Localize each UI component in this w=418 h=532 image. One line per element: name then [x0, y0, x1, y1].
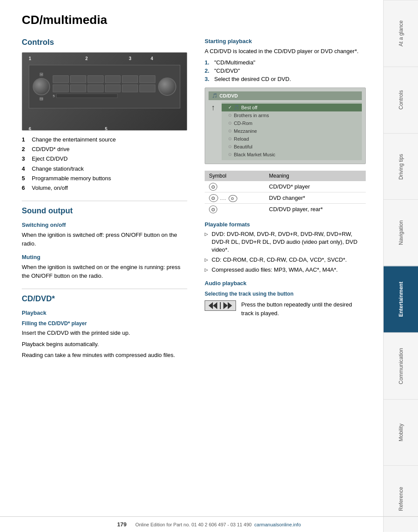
switching-subheading: Switching on/off [22, 222, 187, 228]
muting-text: When the ignition is switched on or the … [22, 263, 187, 280]
page-footer: 179 Online Edition for Part no. 01 40 2 … [0, 516, 418, 532]
menu-item-4: ⊙ Reload [222, 135, 362, 143]
right-sidebar: At a glance Controls Driving tips Naviga… [383, 0, 418, 532]
playable-formats-list: DVD: DVD-ROM, DVD-R, DVD+R, DVD-RW, DVD+… [205, 230, 366, 274]
footer-text: Online Edition for Part no. 01 40 2 606 … [135, 522, 252, 527]
control-item-2: 2 CD/DVD* drive [22, 145, 187, 153]
control-item-1: 1 Change the entertainment source [22, 136, 187, 144]
menu-item-6: ⊙ Black Market Music [222, 151, 362, 158]
sound-output-heading: Sound output [22, 206, 187, 215]
format-item-2: Compressed audio files: MP3, WMA, AAC*, … [205, 266, 366, 274]
sidebar-tab-communication[interactable]: Communication [384, 333, 418, 399]
symbol-meaning-0: CD/DVD* player [265, 181, 366, 192]
symbol-row-1: ⊙ ... ⊙ DVD changer* [205, 192, 366, 203]
controls-list: 1 Change the entertainment source 2 CD/D… [22, 136, 187, 192]
control-item-6: 6 Volume, on/off [22, 184, 187, 192]
track-button-text: Press the button repeatedly until the de… [241, 300, 366, 317]
symbol-meaning-2: CD/DVD player, rear* [265, 203, 366, 215]
audio-playback-section: Audio playback Selecting the track using… [205, 280, 366, 320]
starting-playback-intro: A CD/DVD is located in the CD/DVD player… [205, 47, 366, 56]
filling-subheading: Filling the CD/DVD* player [22, 320, 187, 327]
col-meaning: Meaning [265, 171, 366, 181]
format-item-0: DVD: DVD-ROM, DVD-R, DVD+R, DVD-RW, DVD+… [205, 230, 366, 254]
sidebar-tab-at-a-glance[interactable]: At a glance [384, 0, 418, 67]
muting-subheading: Muting [22, 254, 187, 260]
control-item-5: 5 Programmable memory buttons [22, 175, 187, 182]
audio-playback-heading: Audio playback [205, 280, 366, 286]
filling-text2: Playback begins automatically. [22, 340, 187, 349]
symbol-row-2: ⊙ CD/DVD player, rear* [205, 203, 366, 215]
sidebar-tab-controls[interactable]: Controls [384, 67, 418, 133]
playable-formats-section: Playable formats DVD: DVD-ROM, DVD-R, DV… [205, 221, 366, 274]
playable-formats-heading: Playable formats [205, 221, 366, 228]
cddvd-screen: 🎵 CD/DVD ↑ ✓ 🎵 Best off [205, 88, 366, 164]
symbol-table: Symbol Meaning ⊙ CD/DVD* player [205, 171, 366, 215]
control-item-4: 4 Change station/track [22, 165, 187, 173]
filling-text3: Reading can take a few minutes with comp… [22, 351, 187, 360]
starting-playback-heading: Starting playback [205, 38, 366, 44]
sidebar-tab-mobility[interactable]: Mobility [384, 399, 418, 466]
sidebar-tab-driving-tips[interactable]: Driving tips [384, 133, 418, 200]
controls-heading: Controls [22, 38, 187, 47]
screen-header-text: CD/DVD [219, 93, 238, 98]
track-button-graphic [205, 300, 236, 311]
sidebar-tab-navigation[interactable]: Navigation [384, 199, 418, 266]
step-1: 1. "CD/Multimedia" [205, 59, 366, 66]
cddvd-heading: CD/DVD* [22, 294, 187, 303]
sidebar-tab-entertainment[interactable]: Entertainment [384, 266, 418, 333]
switching-text: When the ignition is switched off: press… [22, 231, 187, 248]
menu-item-2: ⊙ CD-Rom [222, 119, 362, 127]
page-title: CD/multimedia [22, 13, 366, 27]
page-number: 179 [117, 521, 127, 528]
menu-item-1: ⊙ Brothers in arms [222, 111, 362, 119]
filling-text1: Insert the CD/DVD with the printed side … [22, 329, 187, 337]
controls-image: 1 2 3 4 M FM [22, 52, 187, 131]
menu-item-0: ✓ 🎵 Best off [222, 104, 362, 111]
format-item-1: CD: CD-ROM, CD-R, CD-RW, CD-DA, VCD*, SV… [205, 256, 366, 264]
step-2: 2. "CD/DVD" [205, 67, 366, 74]
track-button-area: Press the button repeatedly until the de… [205, 300, 366, 320]
footer-brand: carmanualsonline.info [254, 522, 301, 527]
menu-item-3: ⊙ Mezzanine [222, 127, 362, 135]
symbol-row-0: ⊙ CD/DVD* player [205, 181, 366, 192]
starting-playback-steps: 1. "CD/Multimedia" 2. "CD/DVD" 3. Select… [205, 59, 366, 82]
selecting-track-subheading: Selecting the track using the button [205, 291, 366, 297]
col-symbol: Symbol [205, 171, 265, 181]
menu-item-5: ⊙ Beautiful [222, 143, 362, 151]
symbol-meaning-1: DVD changer* [265, 192, 366, 203]
control-item-3: 3 Eject CD/DVD [22, 155, 187, 163]
step-3: 3. Select the desired CD or DVD. [205, 76, 366, 82]
playback-subheading: Playback [22, 310, 187, 316]
